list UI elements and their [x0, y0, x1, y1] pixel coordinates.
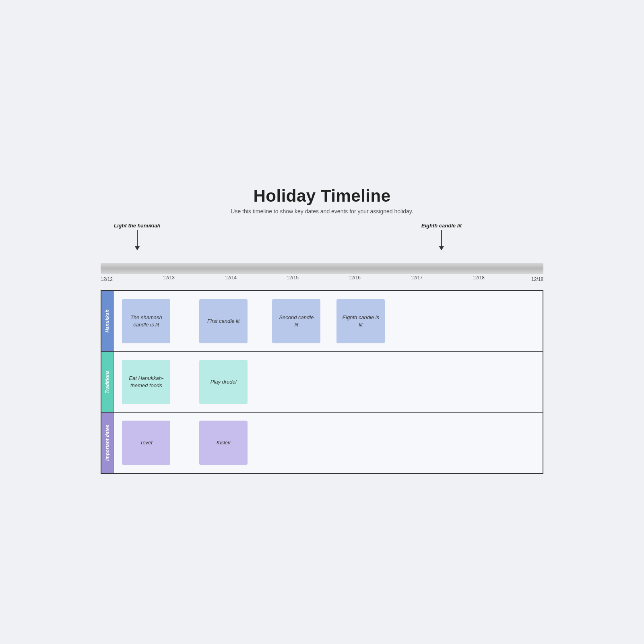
row-traditions: Traditions Eat Hanukkah-themed foods Pla… [101, 352, 543, 413]
row-label-text-hanukkah: Hanukkah [105, 310, 110, 332]
page-title: Holiday Timeline [101, 186, 543, 206]
annotation-label-eighth-candle: Eighth candle lit [421, 223, 462, 229]
tick-label-1216: 12/16 [349, 275, 361, 281]
arrow-line-2 [441, 230, 442, 246]
card-eighth-candle: Eighth candle is lit [336, 299, 385, 343]
row-label-text-traditions: Traditions [105, 370, 110, 394]
row-content-important-dates: Tevet Kislev [114, 413, 543, 473]
card-shamash: The shamash candle is lit [122, 299, 170, 343]
row-label-text-important-dates: Important dates [105, 425, 110, 461]
tick-label-1213: 12/13 [163, 275, 175, 281]
timeline-section: 12/12 12/13 12/14 12/15 12/16 12/17 12/1… [101, 263, 543, 282]
card-tevet: Tevet [122, 421, 170, 465]
tick-label-1218: 12/18 [473, 275, 485, 281]
arrow-head [135, 246, 140, 250]
tick-label-1215: 12/15 [287, 275, 299, 281]
annotation-eighth-candle: Eighth candle lit [421, 223, 462, 250]
tick-1217: 12/17 [411, 274, 423, 281]
page-subtitle: Use this timeline to show key dates and … [101, 208, 543, 215]
card-eat-foods: Eat Hanukkah-themed foods [122, 360, 170, 404]
row-hanukkah: Hanukkah The shamash candle is lit First… [101, 291, 543, 352]
tick-label-1214: 12/14 [225, 275, 237, 281]
annotation-light-hanukiah: Light the hanukiah [114, 223, 161, 250]
arrow-line [137, 230, 138, 246]
card-first-candle: First candle lit [199, 299, 248, 343]
tick-1216: 12/16 [349, 274, 361, 281]
row-label-traditions: Traditions [101, 352, 114, 412]
row-label-hanukkah: Hanukkah [101, 291, 114, 351]
card-play-dredel: Play dredel [199, 360, 248, 404]
title-section: Holiday Timeline Use this timeline to sh… [101, 170, 543, 215]
timeline-ticks: 12/12 12/13 12/14 12/15 12/16 12/17 12/1… [101, 274, 543, 282]
card-kislev: Kislev [199, 421, 248, 465]
row-content-hanukkah: The shamash candle is lit First candle l… [114, 291, 543, 351]
card-second-candle: Second candle lit [272, 299, 320, 343]
tick-1214: 12/14 [225, 274, 237, 281]
annotation-arrow-light-hanukiah [135, 230, 140, 250]
arrow-head-2 [439, 246, 444, 250]
timeline-bar [101, 263, 543, 274]
grid-container: Hanukkah The shamash candle is lit First… [101, 290, 543, 474]
timeline-end-label: 12/18 [531, 277, 543, 282]
annotation-label-light-hanukiah: Light the hanukiah [114, 223, 161, 229]
row-important-dates: Important dates Tevet Kislev [101, 413, 543, 473]
row-content-traditions: Eat Hanukkah-themed foods Play dredel [114, 352, 543, 412]
annotation-arrow-eighth-candle [439, 230, 444, 250]
row-label-important-dates: Important dates [101, 413, 114, 473]
tick-1218: 12/18 [473, 274, 485, 281]
tick-label-1217: 12/17 [411, 275, 423, 281]
timeline-start-label: 12/12 [101, 277, 113, 282]
annotations-area: Light the hanukiah Eighth candle lit [101, 223, 543, 263]
page-container: Holiday Timeline Use this timeline to sh… [101, 170, 543, 474]
tick-1215: 12/15 [287, 274, 299, 281]
tick-1213: 12/13 [163, 274, 175, 281]
